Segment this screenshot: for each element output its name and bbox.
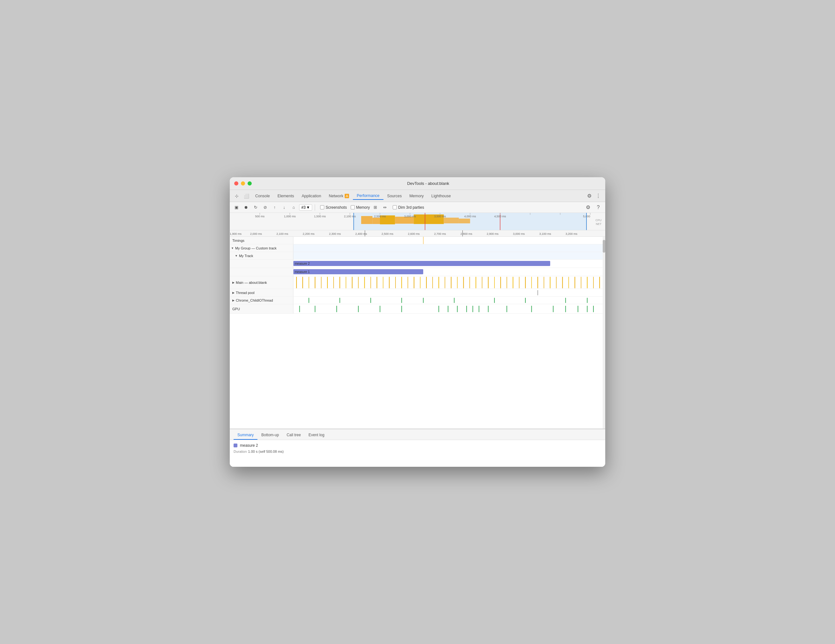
bottom-tabs: Summary Bottom-up Call tree Event log (230, 429, 605, 440)
measure2-label: measure 2 (295, 262, 310, 265)
tab-sources[interactable]: Sources (383, 193, 406, 200)
vertical-scrollbar[interactable] (603, 237, 605, 428)
tracks-area[interactable]: Timings ▼ My Group — Custom track (230, 237, 603, 428)
duration-label: Duration (234, 449, 247, 453)
gpu-svg (293, 304, 603, 313)
download-icon[interactable]: ↓ (280, 203, 288, 212)
measure1-bar[interactable]: measure 1 (293, 269, 423, 274)
tab-lighthouse[interactable]: Lighthouse (428, 193, 455, 200)
my-track-content (293, 252, 603, 259)
devtools-window: DevTools - about:blank ⊹ ⬜ Console Eleme… (230, 177, 605, 467)
custom-group-content (293, 244, 603, 252)
perf-settings-icon[interactable]: ⚙ (583, 203, 593, 212)
my-track-text: My Track (239, 254, 253, 258)
device-icon[interactable]: ⬜ (242, 191, 251, 200)
tab-memory[interactable]: Memory (405, 193, 427, 200)
layout-switch-icon[interactable]: ⇔ (380, 203, 389, 212)
detail-time-ruler: 1,900 ms 2,000 ms 2,100 ms 2,200 ms 2,30… (230, 230, 605, 237)
overview-bar[interactable]: 500 ms 1,000 ms 1,500 ms 2,100 ms 2,500 … (230, 213, 605, 230)
tab-performance[interactable]: Performance (353, 192, 383, 200)
tab-summary[interactable]: Summary (234, 431, 257, 440)
tab-application[interactable]: Application (298, 193, 325, 200)
inspect-icon[interactable]: ⊹ (232, 191, 241, 200)
svg-text:2,100 ms: 2,100 ms (344, 215, 356, 218)
duration-row: Duration 1.00 s (self 500.08 ms) (234, 449, 601, 453)
panel-layout-icon[interactable]: ▣ (232, 203, 240, 212)
chevron-down-icon: ▼ (231, 247, 234, 250)
svg-text:2,800 ms: 2,800 ms (460, 232, 473, 235)
dim-3rd-checkbox[interactable] (393, 205, 397, 209)
upload-icon[interactable]: ↑ (270, 203, 279, 212)
help-icon[interactable]: ? (594, 203, 603, 212)
screenshots-checkbox[interactable] (320, 205, 324, 209)
more-options-icon[interactable]: ⋮ (594, 191, 603, 200)
selected-region (293, 244, 603, 252)
svg-text:2,500 ms: 2,500 ms (374, 215, 386, 218)
measure-color-indicator (234, 444, 237, 448)
measure1-content[interactable]: measure 1 (293, 268, 603, 276)
record-icon[interactable]: ⏺ (242, 203, 250, 212)
tab-console[interactable]: Console (252, 193, 274, 200)
my-track-selected (293, 252, 603, 259)
thread-pool-label[interactable]: ▶ Thread pool (230, 289, 293, 296)
refresh-icon[interactable]: ↻ (252, 203, 260, 212)
clear-icon[interactable]: ⊘ (261, 203, 269, 212)
maximize-button[interactable] (248, 182, 252, 185)
timings-label: Timings (230, 237, 293, 244)
chrome-io-content (293, 297, 603, 304)
thread-pool-content (293, 289, 603, 296)
svg-text:1,000 ms: 1,000 ms (284, 215, 296, 218)
custom-group-text: My Group — Custom track (235, 246, 276, 250)
overview-chart: 500 ms 1,000 ms 1,500 ms 2,100 ms 2,500 … (230, 213, 605, 230)
custom-group-label[interactable]: ▼ My Group — Custom track (230, 244, 293, 252)
custom-group-row: ▼ My Group — Custom track (230, 244, 603, 252)
chevron-down-icon-2: ▼ (235, 254, 238, 258)
measure2-row: measure 2 (230, 260, 603, 268)
measure2-content[interactable]: measure 2 (293, 260, 603, 268)
my-track-label[interactable]: ▼ My Track (230, 252, 293, 259)
chrome-io-label[interactable]: ▶ Chrome_ChildIOThread (230, 297, 293, 304)
flame-chart-icon[interactable]: ⊞ (371, 203, 379, 212)
timeline-container: 500 ms 1,000 ms 1,500 ms 2,100 ms 2,500 … (230, 213, 605, 428)
measure1-label: measure 1 (295, 270, 310, 274)
main-label[interactable]: ▶ Main — about:blank (230, 276, 293, 289)
settings-icon[interactable]: ⚙ (585, 191, 594, 200)
network-warning-icon: ⚠ (344, 194, 349, 198)
selected-measure-title: measure 2 (240, 443, 258, 448)
duration-value: 1.00 s (self 500.08 ms) (248, 449, 284, 453)
separator-1 (315, 204, 315, 211)
svg-rect-7 (459, 219, 470, 223)
screenshots-checkbox-group[interactable]: Screenshots (320, 205, 347, 210)
minimize-button[interactable] (241, 182, 245, 185)
svg-text:4,500 ms: 4,500 ms (494, 215, 506, 218)
tab-elements[interactable]: Elements (274, 193, 298, 200)
tab-call-tree[interactable]: Call tree (283, 431, 305, 440)
chrome-chevron-icon: ▶ (232, 299, 234, 302)
home-icon[interactable]: ⌂ (289, 203, 298, 212)
svg-text:CPU: CPU (595, 219, 601, 222)
svg-text:2,700 ms: 2,700 ms (434, 232, 446, 235)
thread-pool-row: ▶ Thread pool (230, 289, 603, 297)
svg-text:2,100 ms: 2,100 ms (276, 232, 289, 235)
close-button[interactable] (234, 182, 238, 185)
recording-selector[interactable]: #3 ▼ (299, 204, 312, 211)
measure2-track-label (230, 260, 293, 268)
devtools-tabs: ⊹ ⬜ Console Elements Application Network… (230, 190, 605, 202)
tab-bottom-up[interactable]: Bottom-up (257, 431, 283, 440)
svg-text:2,400 ms: 2,400 ms (355, 232, 367, 235)
scroll-handle[interactable] (603, 240, 605, 253)
measure-title-row: measure 2 (234, 443, 601, 448)
dim-3rd-checkbox-group[interactable]: Dim 3rd parties (393, 205, 424, 210)
measure2-bar[interactable]: measure 2 (293, 261, 550, 266)
tab-event-log[interactable]: Event log (305, 431, 328, 440)
svg-text:500 ms: 500 ms (255, 215, 265, 218)
tab-network-label: Network (329, 194, 343, 198)
timings-svg (293, 237, 603, 244)
detail-ruler-svg: 1,900 ms 2,000 ms 2,100 ms 2,200 ms 2,30… (230, 230, 605, 237)
memory-checkbox-group[interactable]: Memory (351, 205, 370, 210)
memory-checkbox[interactable] (351, 205, 355, 209)
thread-chevron-icon: ▶ (232, 291, 234, 294)
window-title: DevTools - about:blank (255, 181, 601, 186)
tab-network[interactable]: Network ⚠ (325, 193, 353, 200)
my-track-row: ▼ My Track (230, 252, 603, 260)
